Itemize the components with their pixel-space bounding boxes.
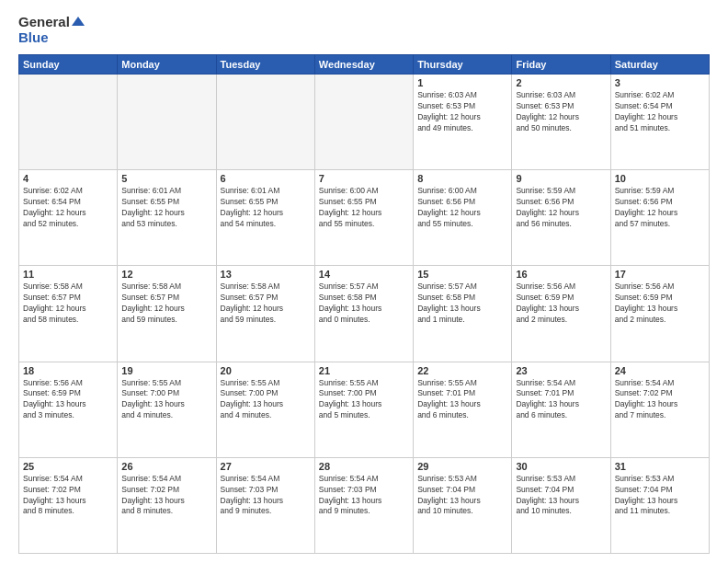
week-row-1: 1Sunrise: 6:03 AM Sunset: 6:53 PM Daylig… [19,75,710,170]
day-info: Sunrise: 5:55 AM Sunset: 7:01 PM Dayligh… [417,378,507,422]
weekday-header-sunday: Sunday [19,55,118,75]
logo: General Blue [18,15,85,45]
day-number: 16 [516,269,606,280]
calendar-cell: 10Sunrise: 5:59 AM Sunset: 6:56 PM Dayli… [610,170,709,266]
day-number: 24 [615,365,705,376]
day-info: Sunrise: 6:00 AM Sunset: 6:55 PM Dayligh… [319,186,409,230]
day-number: 19 [121,365,211,376]
day-info: Sunrise: 5:57 AM Sunset: 6:58 PM Dayligh… [319,282,409,326]
day-number: 8 [417,173,507,184]
calendar-cell: 22Sunrise: 5:55 AM Sunset: 7:01 PM Dayli… [414,362,512,457]
day-number: 25 [23,461,113,472]
day-info: Sunrise: 6:00 AM Sunset: 6:56 PM Dayligh… [417,186,507,230]
weekday-header-tuesday: Tuesday [216,55,314,75]
day-number: 7 [319,173,409,184]
day-number: 23 [516,365,606,376]
day-info: Sunrise: 5:53 AM Sunset: 7:04 PM Dayligh… [417,474,507,518]
day-info: Sunrise: 5:54 AM Sunset: 7:03 PM Dayligh… [221,474,311,518]
weekday-header-saturday: Saturday [610,55,709,75]
calendar-cell [314,75,413,170]
day-info: Sunrise: 5:58 AM Sunset: 6:57 PM Dayligh… [121,282,211,326]
calendar-cell: 4Sunrise: 6:02 AM Sunset: 6:54 PM Daylig… [19,170,118,266]
day-number: 21 [319,365,409,376]
day-info: Sunrise: 5:59 AM Sunset: 6:56 PM Dayligh… [615,186,705,230]
day-number: 12 [121,269,211,280]
calendar-cell: 15Sunrise: 5:57 AM Sunset: 6:58 PM Dayli… [414,266,512,362]
day-number: 11 [23,269,113,280]
calendar-cell: 12Sunrise: 5:58 AM Sunset: 6:57 PM Dayli… [118,266,216,362]
weekday-header-row: SundayMondayTuesdayWednesdayThursdayFrid… [19,55,710,75]
calendar-cell: 11Sunrise: 5:58 AM Sunset: 6:57 PM Dayli… [19,266,118,362]
day-number: 5 [121,173,211,184]
calendar-cell: 23Sunrise: 5:54 AM Sunset: 7:01 PM Dayli… [512,362,610,457]
calendar-cell: 21Sunrise: 5:55 AM Sunset: 7:00 PM Dayli… [314,362,413,457]
calendar-cell: 14Sunrise: 5:57 AM Sunset: 6:58 PM Dayli… [314,266,413,362]
calendar-cell: 5Sunrise: 6:01 AM Sunset: 6:55 PM Daylig… [118,170,216,266]
day-info: Sunrise: 6:02 AM Sunset: 6:54 PM Dayligh… [615,90,705,134]
day-number: 10 [615,173,705,184]
day-number: 6 [221,173,311,184]
weekday-header-wednesday: Wednesday [314,55,413,75]
day-number: 31 [615,461,705,472]
day-info: Sunrise: 5:54 AM Sunset: 7:03 PM Dayligh… [319,474,409,518]
page: General Blue SundayMondayTuesdayWednesda… [0,0,728,563]
day-info: Sunrise: 5:55 AM Sunset: 7:00 PM Dayligh… [121,378,211,422]
calendar-cell: 3Sunrise: 6:02 AM Sunset: 6:54 PM Daylig… [610,75,709,170]
week-row-2: 4Sunrise: 6:02 AM Sunset: 6:54 PM Daylig… [19,170,710,266]
day-info: Sunrise: 5:54 AM Sunset: 7:02 PM Dayligh… [23,474,113,518]
day-info: Sunrise: 5:56 AM Sunset: 6:59 PM Dayligh… [23,378,113,422]
calendar-cell [118,75,216,170]
calendar-cell: 19Sunrise: 5:55 AM Sunset: 7:00 PM Dayli… [118,362,216,457]
day-info: Sunrise: 5:54 AM Sunset: 7:02 PM Dayligh… [121,474,211,518]
calendar-cell: 27Sunrise: 5:54 AM Sunset: 7:03 PM Dayli… [216,457,314,553]
day-number: 2 [516,77,606,88]
day-number: 27 [221,461,311,472]
day-info: Sunrise: 6:02 AM Sunset: 6:54 PM Dayligh… [23,186,113,230]
day-number: 14 [319,269,409,280]
day-info: Sunrise: 5:56 AM Sunset: 6:59 PM Dayligh… [516,282,606,326]
calendar-cell: 25Sunrise: 5:54 AM Sunset: 7:02 PM Dayli… [19,457,118,553]
day-info: Sunrise: 5:53 AM Sunset: 7:04 PM Dayligh… [516,474,606,518]
calendar-cell: 8Sunrise: 6:00 AM Sunset: 6:56 PM Daylig… [414,170,512,266]
calendar-cell: 16Sunrise: 5:56 AM Sunset: 6:59 PM Dayli… [512,266,610,362]
day-number: 18 [23,365,113,376]
calendar-table: SundayMondayTuesdayWednesdayThursdayFrid… [18,54,710,554]
calendar-cell: 1Sunrise: 6:03 AM Sunset: 6:53 PM Daylig… [414,75,512,170]
week-row-5: 25Sunrise: 5:54 AM Sunset: 7:02 PM Dayli… [19,457,710,553]
day-info: Sunrise: 5:59 AM Sunset: 6:56 PM Dayligh… [516,186,606,230]
calendar-cell: 9Sunrise: 5:59 AM Sunset: 6:56 PM Daylig… [512,170,610,266]
day-number: 28 [319,461,409,472]
weekday-header-thursday: Thursday [414,55,512,75]
calendar-cell: 13Sunrise: 5:58 AM Sunset: 6:57 PM Dayli… [216,266,314,362]
day-number: 9 [516,173,606,184]
day-number: 4 [23,173,113,184]
calendar-cell: 28Sunrise: 5:54 AM Sunset: 7:03 PM Dayli… [314,457,413,553]
week-row-4: 18Sunrise: 5:56 AM Sunset: 6:59 PM Dayli… [19,362,710,457]
day-number: 26 [121,461,211,472]
day-number: 20 [221,365,311,376]
day-number: 22 [417,365,507,376]
day-info: Sunrise: 5:56 AM Sunset: 6:59 PM Dayligh… [615,282,705,326]
calendar-cell: 31Sunrise: 5:53 AM Sunset: 7:04 PM Dayli… [610,457,709,553]
day-number: 13 [221,269,311,280]
day-info: Sunrise: 6:01 AM Sunset: 6:55 PM Dayligh… [221,186,311,230]
day-number: 29 [417,461,507,472]
logo-general: General [18,15,85,30]
day-info: Sunrise: 6:01 AM Sunset: 6:55 PM Dayligh… [121,186,211,230]
day-info: Sunrise: 5:54 AM Sunset: 7:01 PM Dayligh… [516,378,606,422]
day-number: 17 [615,269,705,280]
calendar-cell: 20Sunrise: 5:55 AM Sunset: 7:00 PM Dayli… [216,362,314,457]
day-info: Sunrise: 5:54 AM Sunset: 7:02 PM Dayligh… [615,378,705,422]
calendar-cell [19,75,118,170]
logo-text-block: General Blue [18,15,85,45]
calendar-cell: 29Sunrise: 5:53 AM Sunset: 7:04 PM Dayli… [414,457,512,553]
day-number: 30 [516,461,606,472]
day-info: Sunrise: 6:03 AM Sunset: 6:53 PM Dayligh… [417,90,507,134]
weekday-header-monday: Monday [118,55,216,75]
calendar-cell: 18Sunrise: 5:56 AM Sunset: 6:59 PM Dayli… [19,362,118,457]
logo-blue: Blue [18,30,85,46]
day-number: 15 [417,269,507,280]
day-info: Sunrise: 5:58 AM Sunset: 6:57 PM Dayligh… [23,282,113,326]
calendar-cell: 30Sunrise: 5:53 AM Sunset: 7:04 PM Dayli… [512,457,610,553]
header: General Blue [18,15,710,45]
